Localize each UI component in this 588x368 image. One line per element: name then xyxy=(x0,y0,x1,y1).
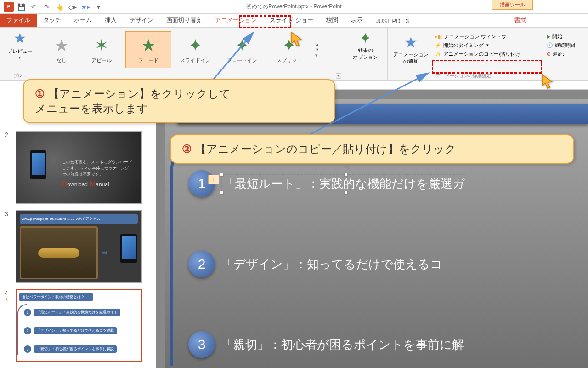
cursor-icon xyxy=(290,31,305,51)
animation-painter-button[interactable]: ✨ アニメーションのコピー/貼り付け xyxy=(433,50,532,58)
quick-access-toolbar: P 💾 ↶ ↷ 👆 ◇▸ ★▸ ▾ xyxy=(0,1,107,12)
animation-order-tag[interactable]: 1 xyxy=(208,175,219,184)
slide-number: 2 xyxy=(5,131,12,204)
undo-icon[interactable]: ↶ xyxy=(28,1,40,12)
tab-touch[interactable]: タッチ xyxy=(37,13,68,27)
ribbon-tabs: ファイル タッチ ホーム 挿入 デザイン 画面切り替え アニメーション スライド… xyxy=(0,14,588,28)
anim-label: スプリット xyxy=(277,57,302,64)
anim-slidein[interactable]: ✦ スライドイン xyxy=(172,31,218,68)
anim-floatin[interactable]: ✦ フロートイン xyxy=(219,31,265,68)
thumb-download-text: Download Manual xyxy=(62,180,109,188)
delay-timing[interactable]: ⊘ 遅延: xyxy=(546,50,576,58)
callout-number: ① xyxy=(35,87,45,100)
selection-handle[interactable] xyxy=(220,173,224,177)
content-text: 「親切」：初心者が困るポイントを事前に解 xyxy=(221,337,464,353)
star-icon: ★ xyxy=(54,36,69,55)
add-anim-star-icon: ★ xyxy=(404,34,418,51)
thumb-item-text: 「最短ルート」：実践的な機能だけを厳選ガイド xyxy=(34,309,120,316)
content-item-2[interactable]: 2 「デザイン」：知ってるだけで使えるコ xyxy=(188,251,442,277)
tab-file[interactable]: ファイル xyxy=(0,13,37,27)
preview-label: プレビュー xyxy=(7,48,33,55)
tab-view[interactable]: 表示 xyxy=(345,13,369,27)
tab-justpdf[interactable]: JUST PDF 3 xyxy=(369,15,416,27)
trigger-label: 開始のタイミング xyxy=(443,42,484,49)
title-bar: P 💾 ↶ ↷ 👆 ◇▸ ★▸ ▾ 初めてのPowerPoint.pptx - … xyxy=(0,0,588,14)
tab-design[interactable]: デザイン xyxy=(123,13,160,27)
animation-indicator-icon: ★ xyxy=(5,297,12,302)
qat-customize-icon[interactable]: ▾ xyxy=(93,1,104,12)
callout-2: ② 【アニメーションのコピー／貼り付け】をクリック xyxy=(170,134,574,164)
tab-transitions[interactable]: 画面切り替え xyxy=(160,13,209,27)
slides-panel[interactable]: 2 この技術書を、スマホにダウンロードします。 スマホ本体にセッティング、その前… xyxy=(0,80,147,368)
selection-handle[interactable] xyxy=(344,173,348,177)
workspace: 2 この技術書を、スマホにダウンロードします。 スマホ本体にセッティング、その前… xyxy=(0,80,588,368)
callout-number: ② xyxy=(182,143,192,155)
anim-none[interactable]: ★ なし xyxy=(45,31,78,68)
save-icon[interactable]: 💾 xyxy=(16,1,27,12)
callout-text: 【アニメーション】をクリックして メニューを表示します xyxy=(35,87,231,115)
thumbnail-4[interactable]: 4 ★ 当社パワーポイント教材の特徴とは？ 1「最短ルート」：実践的な機能だけを… xyxy=(5,289,142,362)
animation-pane-button[interactable]: ▸◧ アニメーション ウィンドウ xyxy=(433,32,532,41)
star-icon: ★ xyxy=(141,36,156,55)
group-effect-options: ✦ 効果の オプション xyxy=(343,28,388,80)
svg-marker-5 xyxy=(542,75,552,88)
thumbnail-2[interactable]: 2 この技術書を、スマホにダウンロードします。 スマホ本体にセッティング、その前… xyxy=(5,131,142,204)
number-circle[interactable]: 3 xyxy=(188,331,215,358)
vertical-ruler xyxy=(147,90,156,368)
powerpoint-icon: P xyxy=(4,2,14,12)
star-icon: ✶ xyxy=(95,36,108,55)
touch-mode-icon[interactable]: 👆 xyxy=(54,1,65,12)
cursor-icon xyxy=(541,74,556,93)
delay-label: 遅延: xyxy=(553,51,564,58)
anim-label: スライドイン xyxy=(180,57,210,64)
anim-appear[interactable]: ✶ アピール xyxy=(79,31,124,68)
content-item-3[interactable]: 3 「親切」：初心者が困るポイントを事前に解 xyxy=(188,331,464,358)
slide-thumbnail-selected[interactable]: 当社パワーポイント教材の特徴とは？ 1「最短ルート」：実践的な機能だけを厳選ガイ… xyxy=(16,289,142,362)
callout-1: ① 【アニメーション】をクリックして メニューを表示します xyxy=(23,79,335,123)
dialog-launcher-icon[interactable]: ⬊ xyxy=(336,73,341,79)
duration-label: 継続時間 xyxy=(555,42,575,49)
group-label-advanced: アニメーションの詳細設定 xyxy=(388,73,539,79)
anim-split[interactable]: ✦ スプリット xyxy=(266,31,312,68)
slide-editor[interactable]: 1 1 ⟲ 「最短ルート」：実践的な機能だけを厳選ガ 2 「デザイン」：知ってる… xyxy=(147,80,588,368)
content-item-1[interactable]: 1 1 ⟲ 「最短ルート」：実践的な機能だけを厳選ガ xyxy=(188,170,466,197)
tab-home[interactable]: ホーム xyxy=(68,13,98,27)
selected-text-box[interactable]: 1 ⟲ 「最短ルート」：実践的な機能だけを厳選ガ xyxy=(221,174,466,193)
group-timing: ▶ 開始: 🕐 継続時間 ⊘ 遅延: xyxy=(539,28,582,80)
gallery-expand[interactable]: ▲ ▼ ▾ xyxy=(313,31,321,68)
group-label-preview: プレ... xyxy=(0,73,40,79)
duration-timing[interactable]: 🕐 継続時間 xyxy=(546,41,576,50)
content-text: 「最短ルート」：実践的な機能だけを厳選ガ xyxy=(223,176,465,192)
selection-handle[interactable] xyxy=(220,191,224,195)
slide-thumbnail[interactable]: この技術書を、スマホにダウンロードします。 スマホ本体にセッティング、その前提は… xyxy=(16,131,142,204)
add-animation-button[interactable]: ★ アニメーション の追加 xyxy=(391,29,430,69)
contextual-tab-label: 描画ツール xyxy=(492,0,533,10)
slide-number: 3 xyxy=(5,210,12,283)
thumbnail-3[interactable]: 3 www.powerpoint-study.com にスマホでアクセス ➡ xyxy=(5,210,142,283)
highlight-animation-painter xyxy=(432,60,542,74)
effect-options-button[interactable]: ✦ 効果の オプション xyxy=(347,29,384,61)
tab-insert[interactable]: 挿入 xyxy=(98,13,123,27)
redo-icon[interactable]: ↷ xyxy=(41,1,52,12)
preview-button[interactable]: ★ プレビュー ▼ xyxy=(4,29,36,60)
anim-pane-label: アニメーション ウィンドウ xyxy=(444,33,506,40)
anim-fade[interactable]: ★ フェード xyxy=(125,31,171,68)
add-anim-label: アニメーション の追加 xyxy=(393,51,429,65)
group-preview: ★ プレビュー ▼ プレ... xyxy=(0,28,40,80)
rotate-handle-icon[interactable]: ⟲ xyxy=(344,164,350,171)
tab-review[interactable]: 校閲 xyxy=(320,13,345,27)
number-circle[interactable]: 2 xyxy=(188,251,215,277)
tab-format[interactable]: 書式 xyxy=(508,13,533,27)
start-timing[interactable]: ▶ 開始: xyxy=(546,32,576,41)
trigger-button[interactable]: ⚡ 開始のタイミング ▼ xyxy=(433,41,532,50)
star-icon[interactable]: ★▸ xyxy=(80,1,91,12)
callout-text: 【アニメーションのコピー／貼り付け】をクリック xyxy=(195,143,456,155)
trigger-icon: ⚡ xyxy=(435,42,441,48)
selection-handle[interactable] xyxy=(344,191,348,195)
thumb-header: www.powerpoint-study.com にスマホでアクセス xyxy=(20,214,138,224)
shapes-icon[interactable]: ◇▸ xyxy=(67,1,78,12)
pane-icon: ▸◧ xyxy=(435,34,442,40)
slide-thumbnail[interactable]: www.powerpoint-study.com にスマホでアクセス ➡ xyxy=(16,210,142,283)
svg-marker-4 xyxy=(291,32,301,46)
painter-label: アニメーションのコピー/貼り付け xyxy=(443,51,520,58)
